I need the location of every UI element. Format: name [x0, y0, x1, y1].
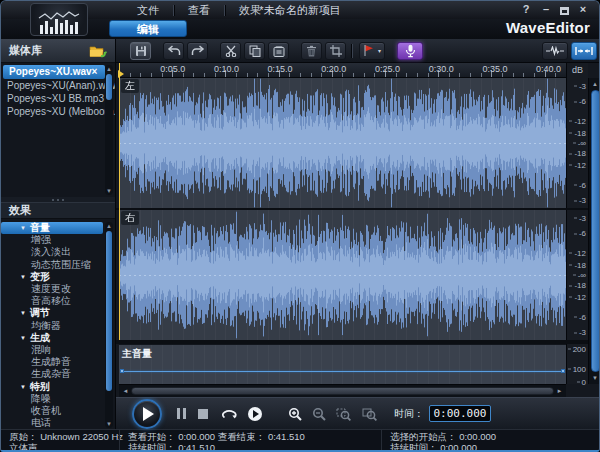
- effect-group-special[interactable]: ▼特别: [1, 380, 115, 392]
- zoom-in-button[interactable]: [286, 405, 304, 423]
- media-item[interactable]: Popeyes~XU BB.mp3: [1, 92, 115, 105]
- right-channel-label: 右: [121, 211, 139, 225]
- transport-bar: 时间： 0:00.000: [116, 397, 600, 429]
- zoom-full-icon: [362, 407, 377, 421]
- zoom-selection-button[interactable]: [334, 405, 352, 423]
- zoom-in-icon: [288, 407, 302, 421]
- triangle-down-icon: ▼: [20, 225, 26, 231]
- microphone-icon: [405, 44, 416, 58]
- left-channel-label: 左: [121, 79, 139, 93]
- effect-item[interactable]: 动态范围压缩: [1, 259, 115, 271]
- fit-arrows-icon: [575, 46, 593, 56]
- playhead-marker-icon: [118, 70, 124, 78]
- help-button[interactable]: ?: [520, 2, 532, 16]
- volume-node[interactable]: [120, 369, 124, 373]
- scroll-down-icon[interactable]: ▼: [105, 420, 113, 428]
- remove-media-icon[interactable]: ×: [92, 65, 100, 79]
- left-channel-waveform[interactable]: 左: [119, 78, 566, 208]
- time-label: 时间：: [394, 407, 424, 421]
- fit-to-window-button[interactable]: [571, 42, 597, 60]
- record-button[interactable]: [397, 42, 423, 60]
- cut-button[interactable]: [220, 42, 241, 60]
- effect-item[interactable]: 收音机: [1, 405, 115, 417]
- scroll-up-icon[interactable]: ▲: [105, 65, 113, 73]
- effect-item[interactable]: 音高移位: [1, 295, 115, 307]
- tab-edit[interactable]: 编辑: [109, 20, 187, 37]
- effects-scrollbar[interactable]: ▲ ▼: [105, 222, 113, 428]
- scroll-down-icon[interactable]: ▼: [589, 373, 600, 383]
- ruler-label: 0:10.0: [214, 64, 239, 74]
- copy-button[interactable]: [244, 42, 265, 60]
- save-icon: [135, 45, 147, 57]
- ruler-label: 0:25.0: [375, 64, 400, 74]
- undo-icon: [167, 45, 181, 56]
- tab-row: 编辑 WaveEditor: [1, 19, 599, 39]
- minimize-button[interactable]: –: [540, 2, 552, 16]
- media-item[interactable]: Popeyes~XU.wav ×: [3, 65, 105, 79]
- play-selection-button[interactable]: [246, 405, 264, 423]
- db-unit-label: dB: [566, 63, 588, 78]
- waveform-view-button[interactable]: [542, 42, 568, 60]
- volume-node[interactable]: [561, 369, 565, 373]
- delete-button[interactable]: [301, 42, 322, 60]
- app-window: 文件 查看 效果 *未命名的新项目 ? – × 编辑 WaveEditor 媒体…: [0, 0, 600, 452]
- loop-button[interactable]: [218, 405, 240, 423]
- scroll-up-icon[interactable]: ▲: [589, 79, 600, 89]
- media-item[interactable]: Popeyes~XU (Melboorn...: [1, 105, 115, 118]
- import-folder-icon[interactable]: [89, 44, 107, 58]
- stop-button[interactable]: [194, 405, 212, 423]
- vertical-scrollbar[interactable]: ▲ ▼: [588, 78, 600, 384]
- ruler-label: 0:15.0: [268, 64, 293, 74]
- maximize-button[interactable]: [560, 7, 569, 15]
- play-button[interactable]: [132, 399, 162, 429]
- zoom-out-button[interactable]: [310, 405, 328, 423]
- media-list-scrollbar[interactable]: ▲ ▼: [105, 65, 113, 195]
- scroll-up-icon[interactable]: ▲: [105, 222, 113, 230]
- close-button[interactable]: ×: [577, 2, 589, 16]
- paste-icon: [273, 45, 285, 57]
- effect-item[interactable]: 均衡器: [1, 320, 115, 332]
- effects-header: 效果: [1, 202, 115, 219]
- scroll-down-icon[interactable]: ▼: [105, 187, 113, 195]
- redo-button[interactable]: [187, 42, 208, 60]
- menu-file[interactable]: 文件: [123, 3, 173, 18]
- effect-item[interactable]: 电话: [1, 417, 115, 429]
- db-scale-right: -3 -6 -12 -18 -∞ -18 -12 -6 -3: [566, 210, 588, 340]
- window-controls: ? – ×: [520, 2, 589, 16]
- paste-button[interactable]: [268, 42, 289, 60]
- ruler-label: 0:30.0: [429, 64, 454, 74]
- effect-group-generate[interactable]: ▼生成: [1, 332, 115, 344]
- loop-icon: [220, 408, 239, 420]
- timeline-ruler[interactable]: 0:05.0 0:10.0 0:15.0 0:20.0 0:25.0 0:30.…: [119, 63, 566, 78]
- effect-item[interactable]: 生成杂音: [1, 368, 115, 380]
- master-volume-track[interactable]: 主音量: [119, 344, 566, 384]
- volume-scale: 200 100 0: [566, 344, 588, 384]
- scroll-right-icon[interactable]: ►: [554, 385, 565, 397]
- marker-button[interactable]: ▾: [359, 42, 385, 60]
- menu-bar: 文件 查看 效果: [123, 1, 275, 19]
- save-button[interactable]: [130, 42, 151, 60]
- scroll-left-icon[interactable]: ◄: [120, 385, 131, 397]
- redo-icon: [191, 45, 205, 56]
- ruler-label: 0:05.0: [160, 64, 185, 74]
- pause-button[interactable]: [172, 405, 190, 423]
- copy-icon: [249, 45, 261, 57]
- zoom-selection-icon: [336, 407, 351, 421]
- horizontal-scrollbar[interactable]: ◄ ►: [119, 384, 566, 397]
- trim-button[interactable]: [325, 42, 346, 60]
- menu-view[interactable]: 查看: [174, 3, 224, 18]
- trash-icon: [306, 45, 317, 57]
- ruler-label: 0:40.0: [536, 64, 561, 74]
- right-channel-waveform[interactable]: 右: [119, 210, 566, 340]
- effect-group-volume[interactable]: ▼音量: [1, 222, 103, 234]
- playhead-cursor[interactable]: [119, 63, 120, 340]
- triangle-down-icon: ▼: [20, 274, 26, 280]
- volume-envelope-line[interactable]: [121, 371, 564, 372]
- brand-label: WaveEditor: [506, 19, 590, 36]
- undo-button[interactable]: [163, 42, 184, 60]
- media-item[interactable]: Popeyes~XU(Anan).wav: [1, 79, 115, 92]
- time-display[interactable]: 0:00.000: [429, 405, 491, 422]
- effects-tree: ▼音量 增强 淡入淡出 动态范围压缩 ▼变形 速度更改 音高移位 ▼调节 均衡器…: [1, 219, 115, 429]
- zoom-full-button[interactable]: [360, 405, 378, 423]
- db-scale-left: -3 -6 -12 -18 -∞ -18 -12 -6 -3: [566, 78, 588, 208]
